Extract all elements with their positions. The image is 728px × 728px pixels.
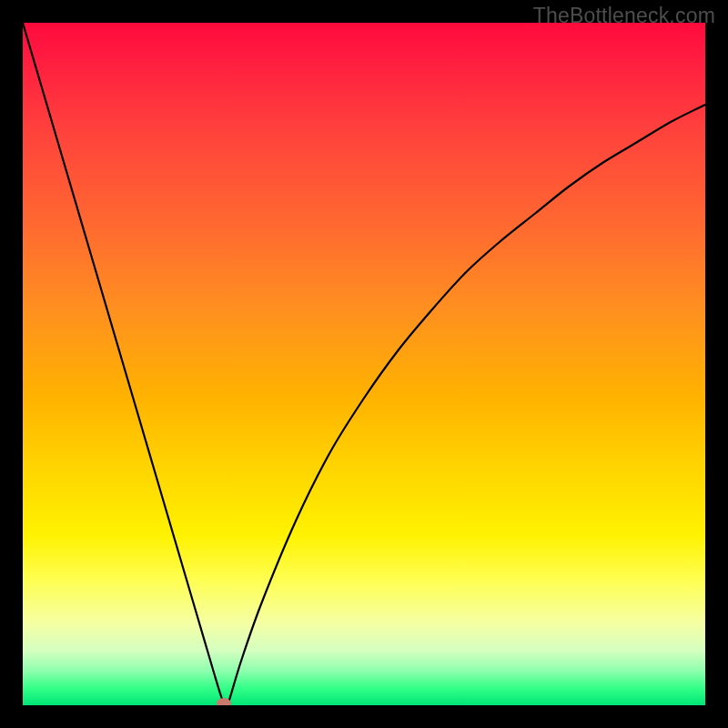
chart-frame: TheBottleneck.com bbox=[0, 0, 728, 728]
bottleneck-curve bbox=[23, 23, 705, 705]
minimum-dot bbox=[217, 698, 231, 705]
plot-area bbox=[23, 23, 705, 705]
curve-path bbox=[23, 23, 705, 705]
watermark-text: TheBottleneck.com bbox=[533, 4, 715, 28]
